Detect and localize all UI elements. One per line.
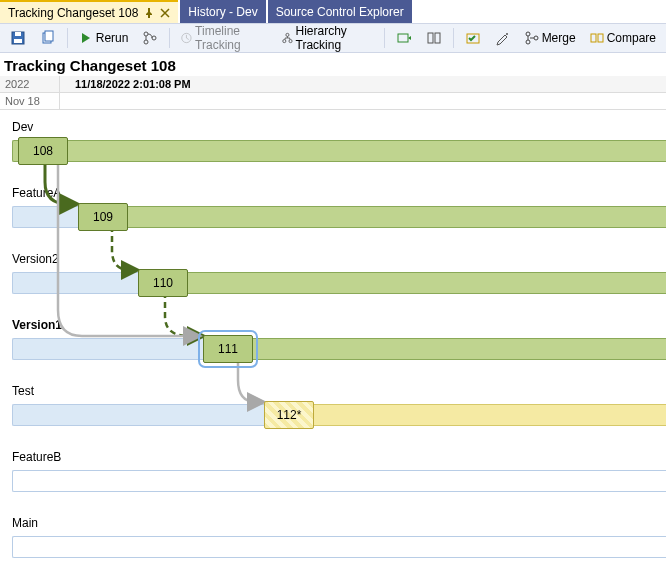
- svg-rect-13: [398, 34, 408, 42]
- branch-row-featurea: FeatureA 109: [0, 182, 666, 248]
- save-button[interactable]: [4, 26, 32, 50]
- svg-point-19: [526, 40, 530, 44]
- changeset-node-108[interactable]: 108: [18, 137, 68, 165]
- branch-bar-merged[interactable]: [203, 338, 666, 360]
- branch-bar-merged[interactable]: [138, 272, 666, 294]
- tab-label: Tracking Changeset 108: [8, 6, 138, 20]
- separator: [169, 28, 170, 48]
- svg-point-18: [526, 32, 530, 36]
- tab-tracking-changeset[interactable]: Tracking Changeset 108: [0, 0, 178, 23]
- separator: [67, 28, 68, 48]
- svg-point-17: [506, 33, 508, 35]
- svg-point-11: [282, 40, 285, 43]
- branch-label: Main: [12, 516, 38, 530]
- close-icon[interactable]: [160, 8, 170, 18]
- pin-icon[interactable]: [144, 8, 154, 18]
- track-button[interactable]: [390, 26, 418, 50]
- branch-button[interactable]: [136, 26, 164, 50]
- time-year: 2022: [0, 76, 60, 92]
- branch-row-test: Test 112*: [0, 380, 666, 446]
- svg-point-7: [144, 40, 148, 44]
- branch-bar[interactable]: [12, 140, 666, 162]
- svg-rect-2: [14, 39, 22, 43]
- rerun-label: Rerun: [96, 31, 129, 45]
- hierarchy-tracking-label: Hierarchy Tracking: [296, 24, 374, 52]
- branch-label: Test: [12, 384, 34, 398]
- time-date: 11/18/2022 2:01:08 PM: [60, 76, 666, 92]
- branch-label: Dev: [12, 120, 33, 134]
- branch-row-main: Main: [0, 512, 666, 573]
- compare-button[interactable]: Compare: [584, 27, 662, 49]
- branch-label: Version1: [12, 318, 62, 332]
- timeline-chart: Dev 108 FeatureA 109 Version2 110 Versio…: [0, 110, 666, 573]
- time-header-2: Nov 18: [0, 93, 666, 110]
- view-button[interactable]: [420, 26, 448, 50]
- svg-rect-14: [428, 33, 433, 43]
- branch-row-featureb: FeatureB: [0, 446, 666, 512]
- separator: [384, 28, 385, 48]
- branch-bar[interactable]: [12, 536, 666, 558]
- timeline-tracking-label: Timeline Tracking: [195, 24, 268, 52]
- svg-point-6: [144, 32, 148, 36]
- branch-row-dev: Dev 108: [0, 116, 666, 182]
- tab-label: Source Control Explorer: [276, 5, 404, 19]
- branch-row-version2: Version2 110: [0, 248, 666, 314]
- timeline-tracking-button[interactable]: Timeline Tracking: [175, 20, 273, 56]
- rerun-button[interactable]: Rerun: [73, 27, 135, 49]
- tab-label: History - Dev: [188, 5, 257, 19]
- svg-point-20: [534, 36, 538, 40]
- svg-rect-1: [15, 32, 21, 36]
- svg-point-8: [152, 36, 156, 40]
- svg-marker-5: [82, 33, 90, 43]
- copy-button[interactable]: [34, 26, 62, 50]
- branch-bar-pending[interactable]: [264, 404, 666, 426]
- merge-label: Merge: [542, 31, 576, 45]
- changeset-node-111[interactable]: 111: [203, 335, 253, 363]
- branch-bar-merged[interactable]: [78, 206, 666, 228]
- changeset-node-112[interactable]: 112*: [264, 401, 314, 429]
- svg-rect-4: [45, 31, 53, 41]
- branch-row-version1: Version1 111: [0, 314, 666, 380]
- branch-label: FeatureB: [12, 450, 61, 464]
- svg-rect-22: [598, 34, 603, 42]
- changeset-node-110[interactable]: 110: [138, 269, 188, 297]
- page-title: Tracking Changeset 108: [0, 53, 666, 76]
- branch-label: FeatureA: [12, 186, 61, 200]
- branch-label: Version2: [12, 252, 59, 266]
- check-button[interactable]: [459, 26, 487, 50]
- branch-bar[interactable]: [12, 470, 666, 492]
- compare-label: Compare: [607, 31, 656, 45]
- settings-button[interactable]: [489, 26, 517, 50]
- svg-rect-21: [591, 34, 596, 42]
- toolbar: Rerun Timeline Tracking Hierarchy Tracki…: [0, 23, 666, 53]
- separator: [453, 28, 454, 48]
- svg-point-10: [286, 33, 289, 36]
- hierarchy-tracking-button[interactable]: Hierarchy Tracking: [276, 20, 379, 56]
- time-day: Nov 18: [0, 93, 60, 109]
- merge-button[interactable]: Merge: [519, 27, 582, 49]
- svg-point-12: [289, 40, 292, 43]
- changeset-node-109[interactable]: 109: [78, 203, 128, 231]
- time-header: 2022 11/18/2022 2:01:08 PM: [0, 76, 666, 93]
- svg-rect-15: [435, 33, 440, 43]
